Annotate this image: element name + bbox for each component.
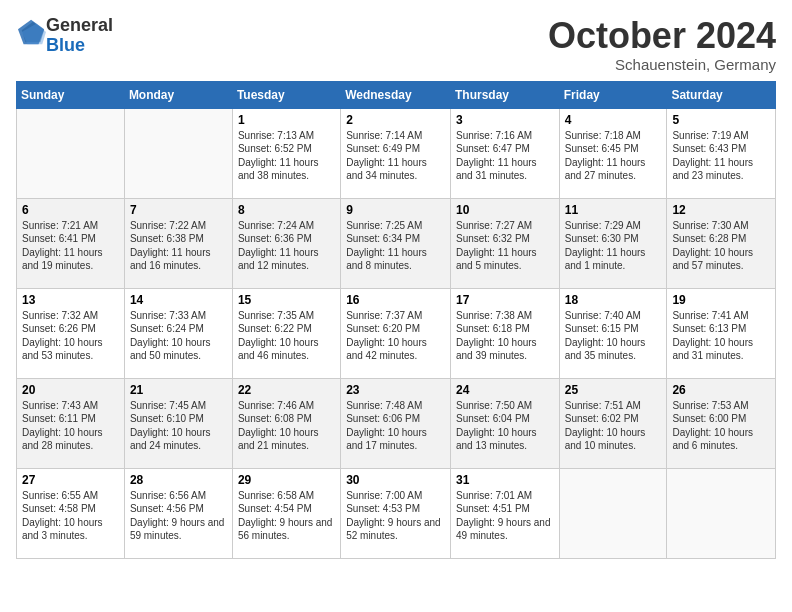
calendar-cell: 7Sunrise: 7:22 AM Sunset: 6:38 PM Daylig… [124, 198, 232, 288]
day-info: Sunrise: 7:13 AM Sunset: 6:52 PM Dayligh… [238, 129, 335, 183]
day-info: Sunrise: 7:40 AM Sunset: 6:15 PM Dayligh… [565, 309, 662, 363]
day-number: 16 [346, 293, 445, 307]
location-subtitle: Schauenstein, Germany [548, 56, 776, 73]
page-header: General Blue October 2024 Schauenstein, … [16, 16, 776, 73]
day-info: Sunrise: 7:21 AM Sunset: 6:41 PM Dayligh… [22, 219, 119, 273]
header-monday: Monday [124, 81, 232, 108]
calendar-cell: 20Sunrise: 7:43 AM Sunset: 6:11 PM Dayli… [17, 378, 125, 468]
day-info: Sunrise: 7:24 AM Sunset: 6:36 PM Dayligh… [238, 219, 335, 273]
day-number: 9 [346, 203, 445, 217]
calendar-cell: 25Sunrise: 7:51 AM Sunset: 6:02 PM Dayli… [559, 378, 667, 468]
day-number: 24 [456, 383, 554, 397]
calendar-cell: 22Sunrise: 7:46 AM Sunset: 6:08 PM Dayli… [232, 378, 340, 468]
day-number: 6 [22, 203, 119, 217]
day-number: 11 [565, 203, 662, 217]
calendar-cell: 6Sunrise: 7:21 AM Sunset: 6:41 PM Daylig… [17, 198, 125, 288]
calendar-cell: 19Sunrise: 7:41 AM Sunset: 6:13 PM Dayli… [667, 288, 776, 378]
header-friday: Friday [559, 81, 667, 108]
day-number: 30 [346, 473, 445, 487]
day-number: 27 [22, 473, 119, 487]
day-number: 21 [130, 383, 227, 397]
calendar-cell: 10Sunrise: 7:27 AM Sunset: 6:32 PM Dayli… [450, 198, 559, 288]
day-number: 29 [238, 473, 335, 487]
day-number: 2 [346, 113, 445, 127]
calendar-week-5: 27Sunrise: 6:55 AM Sunset: 4:58 PM Dayli… [17, 468, 776, 558]
day-info: Sunrise: 7:50 AM Sunset: 6:04 PM Dayligh… [456, 399, 554, 453]
calendar-table: SundayMondayTuesdayWednesdayThursdayFrid… [16, 81, 776, 559]
calendar-cell: 2Sunrise: 7:14 AM Sunset: 6:49 PM Daylig… [341, 108, 451, 198]
day-number: 14 [130, 293, 227, 307]
day-info: Sunrise: 7:27 AM Sunset: 6:32 PM Dayligh… [456, 219, 554, 273]
calendar-cell: 24Sunrise: 7:50 AM Sunset: 6:04 PM Dayli… [450, 378, 559, 468]
day-number: 23 [346, 383, 445, 397]
header-saturday: Saturday [667, 81, 776, 108]
day-info: Sunrise: 7:41 AM Sunset: 6:13 PM Dayligh… [672, 309, 770, 363]
day-info: Sunrise: 7:19 AM Sunset: 6:43 PM Dayligh… [672, 129, 770, 183]
calendar-header-row: SundayMondayTuesdayWednesdayThursdayFrid… [17, 81, 776, 108]
day-info: Sunrise: 7:01 AM Sunset: 4:51 PM Dayligh… [456, 489, 554, 543]
day-info: Sunrise: 7:32 AM Sunset: 6:26 PM Dayligh… [22, 309, 119, 363]
calendar-cell: 1Sunrise: 7:13 AM Sunset: 6:52 PM Daylig… [232, 108, 340, 198]
logo-blue: Blue [46, 35, 85, 55]
calendar-week-1: 1Sunrise: 7:13 AM Sunset: 6:52 PM Daylig… [17, 108, 776, 198]
calendar-cell: 17Sunrise: 7:38 AM Sunset: 6:18 PM Dayli… [450, 288, 559, 378]
calendar-cell: 14Sunrise: 7:33 AM Sunset: 6:24 PM Dayli… [124, 288, 232, 378]
day-number: 7 [130, 203, 227, 217]
day-info: Sunrise: 7:38 AM Sunset: 6:18 PM Dayligh… [456, 309, 554, 363]
calendar-week-2: 6Sunrise: 7:21 AM Sunset: 6:41 PM Daylig… [17, 198, 776, 288]
day-number: 8 [238, 203, 335, 217]
day-info: Sunrise: 7:45 AM Sunset: 6:10 PM Dayligh… [130, 399, 227, 453]
day-info: Sunrise: 6:55 AM Sunset: 4:58 PM Dayligh… [22, 489, 119, 543]
calendar-cell: 16Sunrise: 7:37 AM Sunset: 6:20 PM Dayli… [341, 288, 451, 378]
logo-text: General Blue [46, 16, 113, 56]
day-info: Sunrise: 7:33 AM Sunset: 6:24 PM Dayligh… [130, 309, 227, 363]
day-number: 1 [238, 113, 335, 127]
calendar-cell: 27Sunrise: 6:55 AM Sunset: 4:58 PM Dayli… [17, 468, 125, 558]
day-info: Sunrise: 7:22 AM Sunset: 6:38 PM Dayligh… [130, 219, 227, 273]
calendar-cell: 13Sunrise: 7:32 AM Sunset: 6:26 PM Dayli… [17, 288, 125, 378]
day-number: 5 [672, 113, 770, 127]
day-info: Sunrise: 7:29 AM Sunset: 6:30 PM Dayligh… [565, 219, 662, 273]
day-info: Sunrise: 7:37 AM Sunset: 6:20 PM Dayligh… [346, 309, 445, 363]
calendar-cell: 4Sunrise: 7:18 AM Sunset: 6:45 PM Daylig… [559, 108, 667, 198]
logo: General Blue [16, 16, 113, 56]
calendar-cell: 30Sunrise: 7:00 AM Sunset: 4:53 PM Dayli… [341, 468, 451, 558]
calendar-cell: 5Sunrise: 7:19 AM Sunset: 6:43 PM Daylig… [667, 108, 776, 198]
calendar-cell: 26Sunrise: 7:53 AM Sunset: 6:00 PM Dayli… [667, 378, 776, 468]
logo-general: General [46, 15, 113, 35]
day-number: 26 [672, 383, 770, 397]
calendar-cell: 11Sunrise: 7:29 AM Sunset: 6:30 PM Dayli… [559, 198, 667, 288]
day-info: Sunrise: 6:56 AM Sunset: 4:56 PM Dayligh… [130, 489, 227, 543]
day-number: 15 [238, 293, 335, 307]
calendar-week-3: 13Sunrise: 7:32 AM Sunset: 6:26 PM Dayli… [17, 288, 776, 378]
day-number: 17 [456, 293, 554, 307]
day-number: 20 [22, 383, 119, 397]
day-number: 12 [672, 203, 770, 217]
calendar-cell: 8Sunrise: 7:24 AM Sunset: 6:36 PM Daylig… [232, 198, 340, 288]
day-info: Sunrise: 7:48 AM Sunset: 6:06 PM Dayligh… [346, 399, 445, 453]
day-info: Sunrise: 7:30 AM Sunset: 6:28 PM Dayligh… [672, 219, 770, 273]
day-number: 13 [22, 293, 119, 307]
calendar-cell: 9Sunrise: 7:25 AM Sunset: 6:34 PM Daylig… [341, 198, 451, 288]
calendar-cell: 31Sunrise: 7:01 AM Sunset: 4:51 PM Dayli… [450, 468, 559, 558]
calendar-cell: 28Sunrise: 6:56 AM Sunset: 4:56 PM Dayli… [124, 468, 232, 558]
day-number: 19 [672, 293, 770, 307]
calendar-week-4: 20Sunrise: 7:43 AM Sunset: 6:11 PM Dayli… [17, 378, 776, 468]
day-info: Sunrise: 7:35 AM Sunset: 6:22 PM Dayligh… [238, 309, 335, 363]
logo-icon [18, 18, 46, 46]
day-number: 3 [456, 113, 554, 127]
day-info: Sunrise: 7:46 AM Sunset: 6:08 PM Dayligh… [238, 399, 335, 453]
title-block: October 2024 Schauenstein, Germany [548, 16, 776, 73]
day-number: 28 [130, 473, 227, 487]
month-title: October 2024 [548, 16, 776, 56]
day-number: 31 [456, 473, 554, 487]
day-number: 10 [456, 203, 554, 217]
calendar-cell [667, 468, 776, 558]
day-info: Sunrise: 7:51 AM Sunset: 6:02 PM Dayligh… [565, 399, 662, 453]
calendar-cell: 18Sunrise: 7:40 AM Sunset: 6:15 PM Dayli… [559, 288, 667, 378]
day-number: 18 [565, 293, 662, 307]
day-number: 25 [565, 383, 662, 397]
day-info: Sunrise: 7:14 AM Sunset: 6:49 PM Dayligh… [346, 129, 445, 183]
day-info: Sunrise: 7:16 AM Sunset: 6:47 PM Dayligh… [456, 129, 554, 183]
calendar-cell: 21Sunrise: 7:45 AM Sunset: 6:10 PM Dayli… [124, 378, 232, 468]
